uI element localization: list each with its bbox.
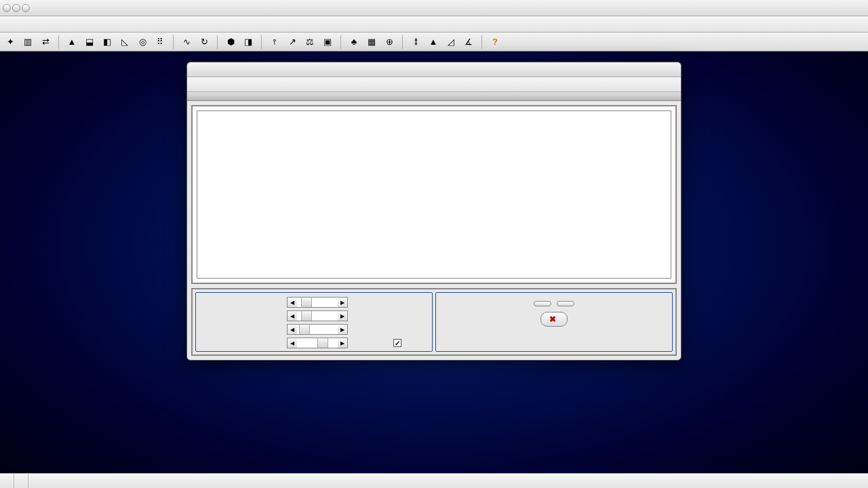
toolbar-icon[interactable]: ⇄ <box>39 36 52 48</box>
toolbar-icon[interactable]: ⥉ <box>410 36 422 48</box>
window-control-dot[interactable] <box>3 4 11 12</box>
toolbar-icon[interactable]: ▲ <box>427 36 439 48</box>
toolbar-icon[interactable]: ∿ <box>180 36 193 48</box>
status-context <box>14 474 28 488</box>
toolbar-icon[interactable]: ↗ <box>286 36 298 48</box>
toolbar-icon[interactable]: ◨ <box>242 36 254 48</box>
toolbar-icon[interactable]: ▦ <box>366 36 378 48</box>
arrow-right-icon[interactable]: ▶ <box>338 311 347 321</box>
toolbar-icon[interactable]: ◿ <box>445 36 457 48</box>
toolbar-icon[interactable]: ✦ <box>4 36 16 48</box>
statusbar <box>0 473 868 488</box>
toolbar-icon[interactable]: ▥ <box>22 36 34 48</box>
reset-button[interactable] <box>557 301 574 306</box>
toolbar-icon[interactable]: ↻ <box>198 36 210 48</box>
damping-slider[interactable]: ◀▶ <box>287 324 348 335</box>
window-control-dot[interactable] <box>22 4 30 12</box>
arrow-right-icon[interactable]: ▶ <box>338 298 347 307</box>
checkbox-icon[interactable]: ✓ <box>393 339 401 347</box>
toolbar-icon[interactable]: ◎ <box>136 36 149 48</box>
toolbar-icon[interactable]: ♣ <box>348 36 360 48</box>
window-control-dot[interactable] <box>12 4 20 12</box>
arrow-right-icon[interactable]: ▶ <box>338 338 347 348</box>
spring-slider[interactable]: ◀▶ <box>287 310 348 321</box>
settings-fieldset: ◀▶ ◀▶ ◀▶ ◀▶ <box>195 292 433 352</box>
stop-button[interactable] <box>534 301 551 306</box>
mass-slider[interactable]: ◀▶ <box>287 297 348 308</box>
controls-frame: ◀▶ ◀▶ ◀▶ ◀▶ <box>191 288 677 356</box>
close-icon: ✖ <box>549 314 556 324</box>
toolbar-icon[interactable]: ⬓ <box>83 36 96 48</box>
main-window: ✦ ▥ ⇄ ▲ ⬓ ◧ ◺ ◎ ⠿ ∿ ↻ ⬢ ◨ ⫯ ↗ ⚖ ▣ ♣ ▦ ⊕ … <box>0 0 868 488</box>
toolbar-icon[interactable]: ∡ <box>462 36 475 48</box>
toolbar-icon[interactable]: ⠿ <box>154 36 166 48</box>
main-menubar <box>0 16 868 33</box>
child-titlebar <box>187 62 681 77</box>
child-menubar <box>187 77 681 92</box>
toolbar-icon[interactable]: ◧ <box>101 36 113 48</box>
toolbar-icon[interactable]: ◺ <box>119 36 131 48</box>
arrow-left-icon[interactable]: ◀ <box>288 298 297 307</box>
oscillation-chart <box>197 110 671 279</box>
arrow-left-icon[interactable]: ◀ <box>288 325 297 334</box>
envelope-checkbox[interactable]: ✓ <box>393 339 427 347</box>
arrow-left-icon[interactable]: ◀ <box>288 311 297 321</box>
simulation-window: ◀▶ ◀▶ ◀▶ ◀▶ <box>186 62 682 361</box>
toolbar-icon[interactable]: ▲ <box>66 36 78 48</box>
toolbar-icon[interactable]: ⫯ <box>269 36 281 48</box>
help-icon[interactable]: ? <box>489 36 501 48</box>
arrow-right-icon[interactable]: ▶ <box>338 325 347 334</box>
simulation-heading <box>187 92 681 101</box>
chart-frame <box>191 105 677 284</box>
status-app <box>0 474 14 488</box>
main-toolbar: ✦ ▥ ⇄ ▲ ⬓ ◧ ◺ ◎ ⠿ ∿ ↻ ⬢ ◨ ⫯ ↗ ⚖ ▣ ♣ ▦ ⊕ … <box>0 33 868 52</box>
controls-fieldset: ✖ <box>435 292 673 352</box>
workspace: ◀▶ ◀▶ ◀▶ ◀▶ <box>0 52 868 473</box>
main-titlebar <box>0 0 868 16</box>
amplitude-slider[interactable]: ◀▶ <box>287 338 348 348</box>
close-button[interactable]: ✖ <box>540 312 568 327</box>
arrow-left-icon[interactable]: ◀ <box>288 338 297 348</box>
toolbar-icon[interactable]: ⊕ <box>383 36 395 48</box>
toolbar-icon[interactable]: ▣ <box>321 36 334 48</box>
toolbar-icon[interactable]: ⚖ <box>304 36 316 48</box>
toolbar-icon[interactable]: ⬢ <box>224 36 237 48</box>
